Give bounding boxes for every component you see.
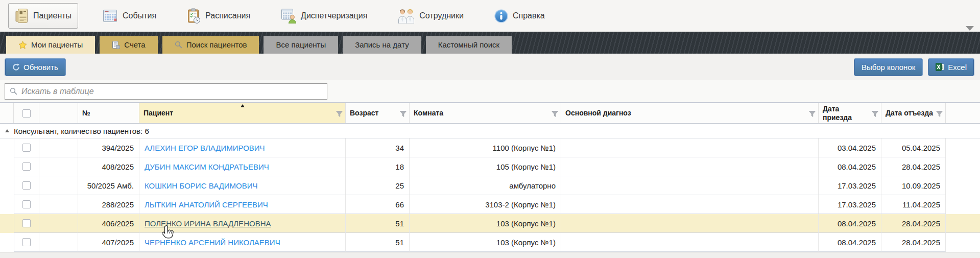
- cell-age: 34: [346, 138, 410, 157]
- cell-patient: ПОЛЕНКО ИРИНА ВЛАДЛЕНОВНА: [139, 214, 346, 233]
- cell-diagnosis: [561, 157, 819, 176]
- patient-link[interactable]: АЛЕХИН ЕГОР ВЛАДИМИРОВИЧ: [145, 144, 265, 152]
- select-all-checkbox[interactable]: [22, 109, 31, 118]
- column-header-arrival[interactable]: Дата приезда: [819, 103, 881, 123]
- tab-label: Поиск пациентов: [186, 40, 247, 49]
- tab-booking-by-date[interactable]: Запись на дату: [343, 36, 421, 54]
- patient-link[interactable]: КОШКИН БОРИС ВАДИМОВИЧ: [145, 181, 258, 190]
- cell-departure: 28.04.2025: [881, 157, 946, 176]
- filter-icon[interactable]: [936, 110, 943, 119]
- tab-all-patients[interactable]: Все пациенты: [264, 36, 338, 54]
- cell-age: 66: [346, 195, 410, 214]
- row-filler-cell: [946, 138, 980, 157]
- tab-custom-search[interactable]: Кастомный поиск: [426, 36, 512, 54]
- row-checkbox[interactable]: [22, 238, 31, 246]
- group-collapse-icon[interactable]: [5, 129, 9, 132]
- table-row[interactable]: 288/2025ЛЫТКИН АНАТОЛИЙ СЕРГЕЕВИЧ663103-…: [0, 195, 980, 214]
- top-toolbar: ПациентыСобытияРасписанияДиспетчеризация…: [0, 0, 980, 32]
- column-header-age[interactable]: Возраст: [346, 103, 410, 123]
- column-header-num[interactable]: №: [78, 103, 139, 123]
- toolbar-button-events[interactable]: События: [97, 3, 162, 29]
- row-filler-cell: [946, 157, 980, 176]
- filter-icon[interactable]: [552, 110, 558, 119]
- filter-icon[interactable]: [809, 110, 816, 119]
- tab-my-patients[interactable]: Мои пациенты: [6, 36, 95, 54]
- row-blank-cell: [39, 138, 78, 157]
- column-header-label: Основной диагноз: [565, 109, 638, 117]
- tab-label: Все пациенты: [276, 40, 326, 49]
- cell-arrival: 03.04.2025: [819, 138, 881, 157]
- schedules-icon: [187, 8, 201, 24]
- search-input-wrap[interactable]: [5, 83, 327, 100]
- toolbar-button-schedules[interactable]: Расписания: [181, 3, 256, 29]
- table-row[interactable]: 406/2025ПОЛЕНКО ИРИНА ВЛАДЛЕНОВНА51103 (…: [0, 214, 980, 233]
- cell-num: 394/2025: [78, 138, 139, 157]
- table-search-input[interactable]: [21, 87, 322, 96]
- row-checkbox[interactable]: [22, 219, 31, 227]
- column-header-label: Комната: [414, 109, 450, 117]
- filter-icon[interactable]: [336, 110, 343, 119]
- cell-patient: ЛЫТКИН АНАТОЛИЙ СЕРГЕЕВИЧ: [139, 195, 346, 214]
- column-header-patient[interactable]: Пациент: [139, 103, 346, 123]
- patient-link[interactable]: ЧЕРНЕНКО АРСЕНИЙ НИКОЛАЕВИЧ: [145, 238, 280, 247]
- toolbar-button-dispatch[interactable]: Диспетчеризация: [275, 3, 373, 29]
- toolbar-button-employees[interactable]: Сотрудники: [392, 3, 470, 29]
- table-row[interactable]: 407/2025ЧЕРНЕНКО АРСЕНИЙ НИКОЛАЕВИЧ51103…: [0, 233, 980, 252]
- filter-icon[interactable]: [872, 110, 878, 119]
- row-checkbox[interactable]: [22, 144, 31, 152]
- search-bar: [0, 80, 980, 103]
- cell-departure: 10.09.2025: [881, 176, 946, 195]
- toolbar-overflow-arrow[interactable]: [966, 26, 974, 31]
- toolbar-button-label: Расписания: [205, 11, 250, 20]
- column-header-label: №: [82, 109, 98, 117]
- star-icon: [18, 41, 27, 49]
- column-header-room[interactable]: Комната: [410, 103, 561, 123]
- help-icon: [494, 9, 508, 23]
- row-expander-cell: [0, 214, 14, 233]
- table-row[interactable]: 408/2025ДУБИН МАКСИМ КОНДРАТЬЕВИЧ18105 (…: [0, 157, 980, 176]
- header-expander-cell: [0, 103, 14, 123]
- table-row[interactable]: 50/2025 Амб.КОШКИН БОРИС ВАДИМОВИЧ25амбу…: [0, 176, 980, 195]
- column-header-diagnosis[interactable]: Основной диагноз: [561, 103, 819, 123]
- cell-departure: 11.04.2025: [881, 195, 946, 214]
- excel-export-button[interactable]: Excel: [928, 59, 974, 76]
- row-checkbox-cell: [14, 138, 39, 157]
- cell-age: 25: [346, 176, 410, 195]
- filter-icon[interactable]: [400, 110, 407, 119]
- row-blank-cell: [39, 233, 78, 252]
- toolbar-button-patients[interactable]: Пациенты: [8, 3, 78, 29]
- table-row[interactable]: 394/2025АЛЕХИН ЕГОР ВЛАДИМИРОВИЧ341100 (…: [0, 138, 980, 157]
- column-header-label: Дата отъезда: [886, 109, 940, 117]
- row-blank-cell: [39, 176, 78, 195]
- row-expander-cell: [0, 138, 14, 157]
- row-filler-cell: [946, 233, 980, 252]
- column-header-label: Возраст: [350, 109, 386, 117]
- row-checkbox[interactable]: [22, 200, 31, 208]
- tab-strip: Мои пациентыСчетаПоиск пациентовВсе паци…: [0, 32, 980, 54]
- tab-invoices[interactable]: Счета: [100, 36, 157, 54]
- column-header-departure[interactable]: Дата отъезда: [881, 103, 946, 123]
- cell-diagnosis: [561, 214, 819, 233]
- cell-patient: КОШКИН БОРИС ВАДИМОВИЧ: [139, 176, 346, 195]
- cell-age: 51: [346, 233, 410, 252]
- row-expander-cell: [0, 195, 14, 214]
- cell-room: 3103-2 (Корпус №1): [410, 195, 561, 214]
- tab-patient-search[interactable]: Поиск пациентов: [162, 36, 259, 54]
- toolbar-button-label: Сотрудники: [419, 11, 464, 20]
- row-checkbox[interactable]: [22, 162, 31, 171]
- choose-columns-button[interactable]: Выбор колонок: [854, 59, 922, 76]
- cell-room: 103 (Корпус №1): [410, 233, 561, 252]
- row-checkbox[interactable]: [22, 181, 31, 190]
- patient-link[interactable]: ЛЫТКИН АНАТОЛИЙ СЕРГЕЕВИЧ: [145, 200, 268, 209]
- patient-link[interactable]: ДУБИН МАКСИМ КОНДРАТЬЕВИЧ: [145, 162, 269, 171]
- choose-columns-label: Выбор колонок: [862, 63, 915, 72]
- refresh-button[interactable]: Обновить: [5, 59, 65, 76]
- patient-link[interactable]: ПОЛЕНКО ИРИНА ВЛАДЛЕНОВНА: [145, 219, 271, 228]
- group-row[interactable]: Консультант, количество пациентов: 6: [0, 124, 980, 138]
- cell-departure: 05.04.2025: [881, 138, 946, 157]
- group-label: Консультант, количество пациентов: 6: [14, 127, 149, 135]
- cell-patient: АЛЕХИН ЕГОР ВЛАДИМИРОВИЧ: [139, 138, 346, 157]
- toolbar-button-label: Диспетчеризация: [301, 11, 367, 20]
- row-blank-cell: [39, 157, 78, 176]
- toolbar-button-help[interactable]: Справка: [488, 3, 551, 29]
